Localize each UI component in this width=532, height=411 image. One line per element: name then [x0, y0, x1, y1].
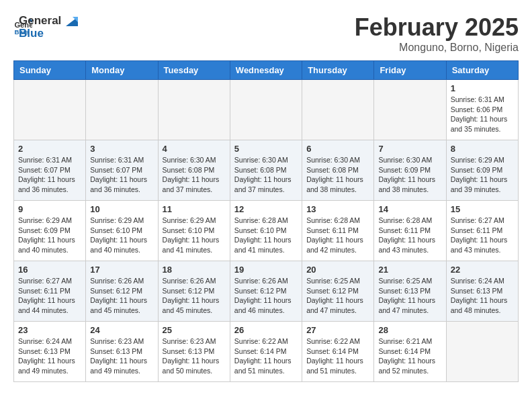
calendar-day-cell: 27Sunrise: 6:22 AM Sunset: 6:14 PM Dayli…	[302, 322, 374, 382]
calendar-day-cell	[446, 322, 518, 382]
calendar-table: SundayMondayTuesdayWednesdayThursdayFrid…	[13, 60, 519, 382]
logo-general-text: General	[19, 15, 78, 28]
calendar-day-cell	[230, 80, 302, 140]
day-info: Sunrise: 6:26 AM Sunset: 6:12 PM Dayligh…	[90, 276, 153, 316]
calendar-day-cell: 9Sunrise: 6:29 AM Sunset: 6:09 PM Daylig…	[14, 201, 86, 261]
calendar-day-cell: 2Sunrise: 6:31 AM Sunset: 6:07 PM Daylig…	[14, 140, 86, 201]
day-info: Sunrise: 6:26 AM Sunset: 6:12 PM Dayligh…	[234, 276, 298, 316]
day-info: Sunrise: 6:26 AM Sunset: 6:12 PM Dayligh…	[163, 276, 226, 316]
calendar-day-cell: 16Sunrise: 6:27 AM Sunset: 6:11 PM Dayli…	[14, 261, 86, 322]
month-title: February 2025	[355, 13, 519, 42]
calendar-day-cell: 11Sunrise: 6:29 AM Sunset: 6:10 PM Dayli…	[158, 201, 230, 261]
calendar-week-row: 1Sunrise: 6:31 AM Sunset: 6:06 PM Daylig…	[14, 80, 519, 140]
day-number: 18	[163, 265, 226, 275]
logo: General Blue General Blue	[13, 13, 78, 40]
day-number: 22	[451, 265, 514, 275]
day-info: Sunrise: 6:21 AM Sunset: 6:14 PM Dayligh…	[378, 336, 441, 376]
calendar-day-cell	[158, 80, 230, 140]
calendar-day-cell	[374, 80, 446, 140]
title-area: February 2025 Monguno, Borno, Nigeria	[355, 13, 519, 54]
day-info: Sunrise: 6:24 AM Sunset: 6:13 PM Dayligh…	[451, 276, 514, 316]
day-info: Sunrise: 6:28 AM Sunset: 6:11 PM Dayligh…	[378, 216, 441, 255]
day-info: Sunrise: 6:23 AM Sunset: 6:13 PM Dayligh…	[163, 336, 226, 376]
day-number: 16	[18, 265, 81, 275]
calendar-day-cell: 19Sunrise: 6:26 AM Sunset: 6:12 PM Dayli…	[230, 261, 302, 322]
calendar-day-cell: 6Sunrise: 6:30 AM Sunset: 6:08 PM Daylig…	[302, 140, 374, 201]
calendar-day-cell: 20Sunrise: 6:25 AM Sunset: 6:12 PM Dayli…	[302, 261, 374, 322]
day-number: 8	[451, 144, 514, 154]
day-number: 26	[234, 325, 298, 335]
day-info: Sunrise: 6:25 AM Sunset: 6:13 PM Dayligh…	[378, 276, 441, 316]
day-info: Sunrise: 6:29 AM Sunset: 6:10 PM Dayligh…	[90, 216, 153, 255]
day-number: 4	[163, 144, 226, 154]
logo-blue-text: Blue	[19, 28, 78, 40]
calendar-day-cell: 18Sunrise: 6:26 AM Sunset: 6:12 PM Dayli…	[158, 261, 230, 322]
calendar-day-header: Friday	[374, 61, 446, 80]
calendar-day-cell: 26Sunrise: 6:22 AM Sunset: 6:14 PM Dayli…	[230, 322, 302, 382]
day-number: 1	[451, 83, 514, 93]
calendar-week-row: 2Sunrise: 6:31 AM Sunset: 6:07 PM Daylig…	[14, 140, 519, 201]
day-number: 13	[306, 204, 369, 214]
calendar-week-row: 16Sunrise: 6:27 AM Sunset: 6:11 PM Dayli…	[14, 261, 519, 322]
calendar-day-header: Wednesday	[230, 61, 302, 80]
calendar-day-cell: 10Sunrise: 6:29 AM Sunset: 6:10 PM Dayli…	[86, 201, 158, 261]
calendar-day-cell: 25Sunrise: 6:23 AM Sunset: 6:13 PM Dayli…	[158, 322, 230, 382]
day-info: Sunrise: 6:28 AM Sunset: 6:10 PM Dayligh…	[234, 216, 298, 255]
day-number: 23	[18, 325, 81, 335]
day-info: Sunrise: 6:29 AM Sunset: 6:09 PM Dayligh…	[451, 155, 514, 195]
day-info: Sunrise: 6:30 AM Sunset: 6:08 PM Dayligh…	[163, 155, 226, 195]
calendar-day-cell: 8Sunrise: 6:29 AM Sunset: 6:09 PM Daylig…	[446, 140, 518, 201]
calendar-day-cell	[14, 80, 86, 140]
day-info: Sunrise: 6:31 AM Sunset: 6:06 PM Dayligh…	[451, 95, 514, 134]
day-info: Sunrise: 6:25 AM Sunset: 6:12 PM Dayligh…	[306, 276, 369, 316]
calendar-day-cell	[302, 80, 374, 140]
calendar-day-cell: 12Sunrise: 6:28 AM Sunset: 6:10 PM Dayli…	[230, 201, 302, 261]
day-number: 19	[234, 265, 298, 275]
calendar-day-cell: 3Sunrise: 6:31 AM Sunset: 6:07 PM Daylig…	[86, 140, 158, 201]
calendar-week-row: 23Sunrise: 6:24 AM Sunset: 6:13 PM Dayli…	[14, 322, 519, 382]
calendar-day-header: Monday	[86, 61, 158, 80]
location-subtitle: Monguno, Borno, Nigeria	[355, 42, 519, 54]
day-info: Sunrise: 6:24 AM Sunset: 6:13 PM Dayligh…	[18, 336, 81, 376]
day-number: 7	[378, 144, 441, 154]
calendar-day-cell: 13Sunrise: 6:28 AM Sunset: 6:11 PM Dayli…	[302, 201, 374, 261]
calendar-day-cell: 21Sunrise: 6:25 AM Sunset: 6:13 PM Dayli…	[374, 261, 446, 322]
day-number: 10	[90, 204, 153, 214]
day-info: Sunrise: 6:30 AM Sunset: 6:08 PM Dayligh…	[306, 155, 369, 195]
calendar-day-header: Tuesday	[158, 61, 230, 80]
calendar-day-cell: 24Sunrise: 6:23 AM Sunset: 6:13 PM Dayli…	[86, 322, 158, 382]
calendar-day-header: Saturday	[446, 61, 518, 80]
day-number: 2	[18, 144, 81, 154]
calendar-day-cell: 15Sunrise: 6:27 AM Sunset: 6:11 PM Dayli…	[446, 201, 518, 261]
page-header: General Blue General Blue February 2025 …	[13, 13, 519, 54]
calendar-day-header: Sunday	[14, 61, 86, 80]
day-number: 25	[163, 325, 226, 335]
calendar-day-cell: 1Sunrise: 6:31 AM Sunset: 6:06 PM Daylig…	[446, 80, 518, 140]
day-number: 9	[18, 204, 81, 214]
day-number: 17	[90, 265, 153, 275]
day-number: 3	[90, 144, 153, 154]
day-info: Sunrise: 6:27 AM Sunset: 6:11 PM Dayligh…	[18, 276, 81, 316]
day-number: 6	[306, 144, 369, 154]
day-info: Sunrise: 6:31 AM Sunset: 6:07 PM Dayligh…	[90, 155, 153, 195]
calendar-day-cell: 7Sunrise: 6:30 AM Sunset: 6:09 PM Daylig…	[374, 140, 446, 201]
day-number: 12	[234, 204, 298, 214]
calendar-day-cell: 4Sunrise: 6:30 AM Sunset: 6:08 PM Daylig…	[158, 140, 230, 201]
day-info: Sunrise: 6:22 AM Sunset: 6:14 PM Dayligh…	[234, 336, 298, 376]
day-number: 5	[234, 144, 298, 154]
day-number: 14	[378, 204, 441, 214]
day-info: Sunrise: 6:28 AM Sunset: 6:11 PM Dayligh…	[306, 216, 369, 255]
calendar-day-cell: 23Sunrise: 6:24 AM Sunset: 6:13 PM Dayli…	[14, 322, 86, 382]
day-info: Sunrise: 6:31 AM Sunset: 6:07 PM Dayligh…	[18, 155, 81, 195]
calendar-week-row: 9Sunrise: 6:29 AM Sunset: 6:09 PM Daylig…	[14, 201, 519, 261]
day-number: 20	[306, 265, 369, 275]
day-number: 28	[378, 325, 441, 335]
calendar-day-cell: 17Sunrise: 6:26 AM Sunset: 6:12 PM Dayli…	[86, 261, 158, 322]
day-number: 15	[451, 204, 514, 214]
day-number: 11	[163, 204, 226, 214]
day-number: 24	[90, 325, 153, 335]
calendar-header-row: SundayMondayTuesdayWednesdayThursdayFrid…	[14, 61, 519, 80]
day-info: Sunrise: 6:30 AM Sunset: 6:08 PM Dayligh…	[234, 155, 298, 195]
calendar-day-cell: 22Sunrise: 6:24 AM Sunset: 6:13 PM Dayli…	[446, 261, 518, 322]
day-number: 27	[306, 325, 369, 335]
